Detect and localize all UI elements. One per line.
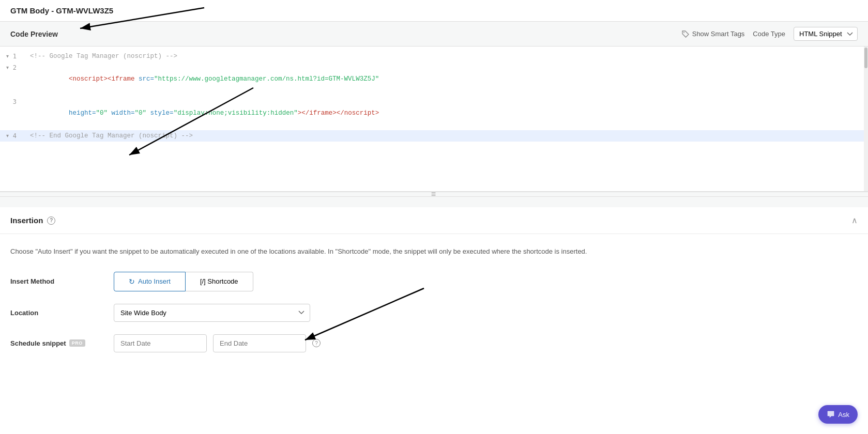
line-controls-1: ▾ 1 (0, 51, 26, 62)
insertion-title-text: Insertion (10, 216, 43, 225)
shortcode-button[interactable]: [/] Shortcode (186, 272, 253, 291)
pro-badge: PRO (69, 339, 85, 347)
insertion-help-icon[interactable]: ? (47, 216, 55, 225)
chat-icon (827, 410, 835, 419)
line-number-3: 3 (10, 96, 21, 107)
scrollbar-thumb (864, 48, 867, 68)
line-toggle-2[interactable]: ▾ (4, 65, 10, 71)
start-date-input[interactable] (114, 334, 207, 352)
location-wrapper: Site Wide Body Site Wide Header Site Wid… (114, 304, 310, 322)
code-attr-height-val: "0" (96, 110, 108, 117)
collapse-button[interactable]: ∧ (851, 215, 858, 225)
show-smart-tags-label: Show Smart Tags (692, 30, 745, 38)
insertion-section: Insertion ? ∧ Choose "Auto Insert" if yo… (0, 207, 868, 434)
svg-point-1 (683, 32, 684, 33)
auto-insert-button[interactable]: ↻ Auto Insert (114, 272, 186, 291)
tag-icon (681, 30, 690, 38)
insert-method-row: Insert Method ↻ Auto Insert [/] Shortcod… (10, 272, 858, 291)
code-attr-height: height= (69, 110, 96, 117)
resize-handle[interactable]: ≡ (0, 192, 868, 197)
schedule-label: Schedule snippet PRO (10, 339, 114, 347)
line-controls-3: ▾ 3 (0, 96, 26, 107)
insertion-body: Choose "Auto Insert" if you want the sni… (0, 234, 868, 377)
schedule-help-icon[interactable]: ? (312, 339, 321, 347)
code-line-3: ▾ 3 height="0" width="0" style="display:… (0, 96, 868, 130)
insertion-title: Insertion ? (10, 216, 55, 225)
schedule-row: Schedule snippet PRO ? (10, 334, 858, 352)
code-line-2: ▾ 2 <noscript><iframe src="https://www.g… (0, 62, 868, 96)
end-date-input[interactable] (213, 334, 306, 352)
shortcode-label: [/] Shortcode (200, 277, 238, 285)
line-number-1: 1 (10, 51, 21, 62)
line-toggle-4[interactable]: ▾ (4, 133, 10, 139)
location-row: Location Site Wide Body Site Wide Header… (10, 304, 858, 322)
code-line-1: ▾ 1 <!-- Google Tag Manager (noscript) -… (0, 51, 868, 62)
schedule-label-text: Schedule snippet (10, 339, 66, 347)
vertical-scrollbar[interactable] (864, 47, 868, 191)
refresh-icon: ↻ (129, 277, 135, 286)
spacer (0, 197, 868, 207)
code-line-4: ▾ 4 <!-- End Google Tag Manager (noscrip… (0, 130, 868, 142)
location-select[interactable]: Site Wide Body Site Wide Header Site Wid… (114, 304, 310, 322)
line-toggle-1[interactable]: ▾ (4, 53, 10, 59)
code-preview-controls: Show Smart Tags Code Type HTML Snippet J… (681, 27, 858, 41)
chat-button-label: Ask (838, 411, 849, 419)
line-controls-2: ▾ 2 (0, 62, 26, 73)
insertion-description: Choose "Auto Insert" if you want the sni… (10, 246, 858, 257)
insert-method-buttons: ↻ Auto Insert [/] Shortcode (114, 272, 253, 291)
line-controls-4: ▾ 4 (0, 130, 26, 142)
line-content-4: <!-- End Google Tag Manager (noscript) -… (26, 130, 193, 142)
date-inputs: ? (114, 334, 321, 352)
code-type-select[interactable]: HTML Snippet JavaScript CSS (794, 27, 858, 41)
code-type-label: Code Type (753, 30, 785, 38)
chat-button[interactable]: Ask (818, 405, 858, 424)
schedule-label-sub: Schedule snippet PRO (10, 339, 114, 347)
line-content-3: height="0" width="0" style="display:none… (26, 96, 379, 130)
line-number-2: 2 (10, 62, 21, 73)
code-lines: ▾ 1 <!-- Google Tag Manager (noscript) -… (0, 47, 868, 191)
show-smart-tags-btn[interactable]: Show Smart Tags (681, 30, 745, 38)
code-preview-title: Code Preview (10, 30, 58, 38)
line-number-4: 4 (10, 130, 21, 142)
insertion-header: Insertion ? ∧ (0, 207, 868, 234)
location-label: Location (10, 309, 114, 317)
title-bar: GTM Body - GTM-WVLW3Z5 (0, 0, 868, 22)
code-tag-noscript: <noscript><iframe (69, 75, 139, 83)
code-preview-header: Code Preview Show Smart Tags Code Type H… (0, 22, 868, 47)
code-attr-src: src= (139, 75, 154, 83)
auto-insert-label: Auto Insert (138, 277, 171, 285)
page-title: GTM Body - GTM-WVLW3Z5 (10, 6, 113, 15)
line-content-1: <!-- Google Tag Manager (noscript) --> (26, 51, 177, 62)
line-content-2: <noscript><iframe src="https://www.googl… (26, 62, 379, 96)
code-editor: ▾ 1 <!-- Google Tag Manager (noscript) -… (0, 47, 868, 192)
code-attr-src-value: "https://www.googletagmanager.com/ns.htm… (154, 75, 379, 83)
insert-method-label: Insert Method (10, 277, 114, 285)
